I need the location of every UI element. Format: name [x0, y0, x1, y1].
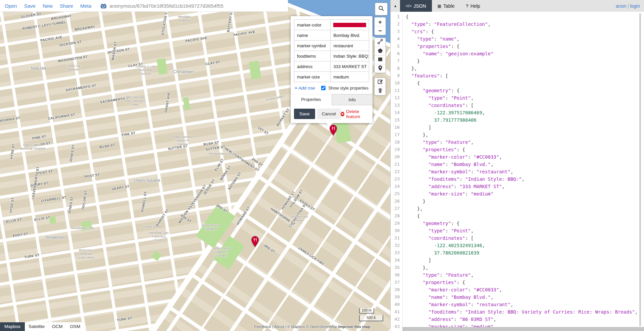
- map-canvas[interactable]: GLOVER STBROADWAYROBERT C LEVY TUNNELBRO…: [0, 0, 390, 331]
- table-row: address 333 MARKET ST: [294, 61, 369, 72]
- add-row-button[interactable]: + Add row: [295, 86, 315, 91]
- draw-polygon-button[interactable]: [375, 47, 386, 55]
- osm-copyright-link[interactable]: © OpenStreetMap: [306, 325, 337, 329]
- tab-help[interactable]: ? Help: [460, 0, 486, 12]
- zoom-out-button[interactable]: −: [375, 26, 386, 35]
- property-value-cell[interactable]: Bombay Blvd.: [331, 30, 369, 41]
- property-key-cell[interactable]: fooditems: [294, 51, 331, 61]
- code-line: "coordinates": [: [406, 102, 644, 109]
- login-link[interactable]: login: [630, 3, 640, 9]
- line-number: 34: [391, 257, 402, 264]
- property-value-cell[interactable]: restaurant: [331, 41, 369, 51]
- tab-info[interactable]: Info: [332, 94, 373, 105]
- code-line: "coordinates": [: [406, 234, 644, 242]
- tab-json[interactable]: </> JSON: [400, 0, 432, 12]
- code-line: ]: [406, 124, 644, 131]
- line-number: 41: [391, 308, 402, 316]
- anon-user-link[interactable]: anon: [616, 3, 626, 9]
- line-number: 10: [391, 79, 402, 87]
- property-key-cell[interactable]: marker-symbol: [294, 41, 331, 51]
- save-menu-item[interactable]: Save: [24, 3, 36, 9]
- tab-table[interactable]: ▦ Table: [432, 0, 460, 12]
- line-number: 26: [391, 198, 402, 205]
- property-value-cell[interactable]: 333 MARKET ST: [331, 61, 369, 72]
- map-marker-restaurant[interactable]: [251, 236, 259, 247]
- line-number: 8: [391, 65, 402, 72]
- line-number-gutter: 1234567891011121314151617181920212223242…: [391, 13, 402, 330]
- edit-feature-button[interactable]: [375, 78, 386, 87]
- zoom-in-button[interactable]: +: [375, 17, 386, 26]
- line-number: 36: [391, 271, 402, 279]
- cancel-button[interactable]: Cancel: [317, 109, 341, 119]
- mapbox-copyright-link[interactable]: © Mapbox: [287, 325, 305, 329]
- layer-satellite[interactable]: Satellite: [25, 322, 48, 331]
- draw-line-button[interactable]: [375, 38, 386, 47]
- table-row: fooditems Indian Style: BBQ:: [294, 51, 369, 61]
- open-menu-item[interactable]: Open: [5, 3, 17, 9]
- code-line: "properties": {: [406, 146, 644, 153]
- layer-mapbox[interactable]: Mapbox: [0, 322, 25, 331]
- marker-tool-icon: [377, 65, 384, 73]
- code-line: "marker-color": "#CC0033",: [406, 153, 644, 161]
- layer-ocm[interactable]: OCM: [48, 322, 66, 331]
- draw-rectangle-button[interactable]: [375, 55, 386, 64]
- scale-imperial: 500 ft: [359, 315, 383, 321]
- share-menu-item[interactable]: Share: [60, 3, 73, 9]
- code-line: "geometry": {: [406, 220, 644, 227]
- line-number: 13: [391, 102, 402, 109]
- property-key-cell[interactable]: marker-size: [294, 72, 331, 82]
- code-line: "type": "name",: [406, 35, 644, 43]
- property-value-cell[interactable]: medium: [331, 72, 369, 82]
- trash-icon-button[interactable]: [375, 87, 386, 95]
- plus-icon: +: [378, 19, 382, 25]
- improve-map-link[interactable]: Improve this map: [338, 325, 370, 329]
- line-number: 15: [391, 116, 402, 124]
- draw-marker-button[interactable]: [375, 64, 386, 73]
- code-line: "features": [: [406, 72, 644, 79]
- marker-color-swatch[interactable]: [333, 23, 366, 27]
- property-value-cell[interactable]: [331, 20, 369, 30]
- tab-properties[interactable]: Properties: [291, 94, 332, 105]
- line-number: 23: [391, 175, 402, 183]
- line-number: 12: [391, 94, 402, 102]
- line-number: 16: [391, 124, 402, 131]
- code-line: {: [406, 13, 644, 20]
- meta-menu-item[interactable]: Meta: [80, 3, 91, 9]
- about-link[interactable]: About: [274, 325, 284, 329]
- line-number: 19: [391, 146, 402, 153]
- code-line: 37.7862060821039: [406, 249, 644, 257]
- layer-osm[interactable]: OSM: [66, 322, 84, 331]
- code-line: {: [406, 79, 644, 87]
- line-number: 32: [391, 242, 402, 249]
- code-line: "address": "333 MARKET ST",: [406, 183, 644, 190]
- new-menu-item[interactable]: New: [43, 3, 53, 9]
- line-number: 6: [391, 50, 402, 57]
- table-row: marker-color: [294, 20, 369, 30]
- property-key-cell[interactable]: name: [294, 30, 331, 41]
- property-key-cell[interactable]: marker-color: [294, 20, 331, 30]
- property-value-cell[interactable]: Indian Style: BBQ:: [331, 51, 369, 61]
- json-code-editor[interactable]: 1234567891011121314151617181920212223242…: [391, 12, 644, 331]
- line-number: 4: [391, 35, 402, 43]
- save-button[interactable]: Save: [294, 109, 315, 119]
- code-line: 37.791777988406: [406, 116, 644, 124]
- map-search-button[interactable]: [375, 3, 388, 15]
- code-line: }: [406, 57, 644, 65]
- show-style-checkbox[interactable]: [321, 86, 326, 90]
- map-attribution: Feedback | About | © Mapbox © OpenStreet…: [254, 325, 370, 329]
- geojson-io-app: GLOVER STBROADWAYROBERT C LEVY TUNNELBRO…: [0, 0, 644, 331]
- file-bar: Open Save New Share Meta anonymous/67bd7…: [0, 0, 288, 12]
- edit-icon: [377, 78, 384, 86]
- line-number: 25: [391, 190, 402, 198]
- horizontal-scrollbar[interactable]: [402, 327, 644, 331]
- delete-feature-button[interactable]: ✕ Delete feature: [341, 109, 369, 119]
- collapse-panel-arrow-icon[interactable]: ▲: [391, 4, 400, 8]
- vertical-scrollbar[interactable]: [639, 13, 641, 326]
- line-number: 20: [391, 153, 402, 161]
- plus-icon: +: [295, 86, 297, 91]
- park: [81, 221, 92, 231]
- feedback-link[interactable]: Feedback: [254, 325, 271, 329]
- code-line: "properties": {: [406, 279, 644, 286]
- property-key-cell[interactable]: address: [294, 61, 331, 72]
- line-number: 28: [391, 212, 402, 220]
